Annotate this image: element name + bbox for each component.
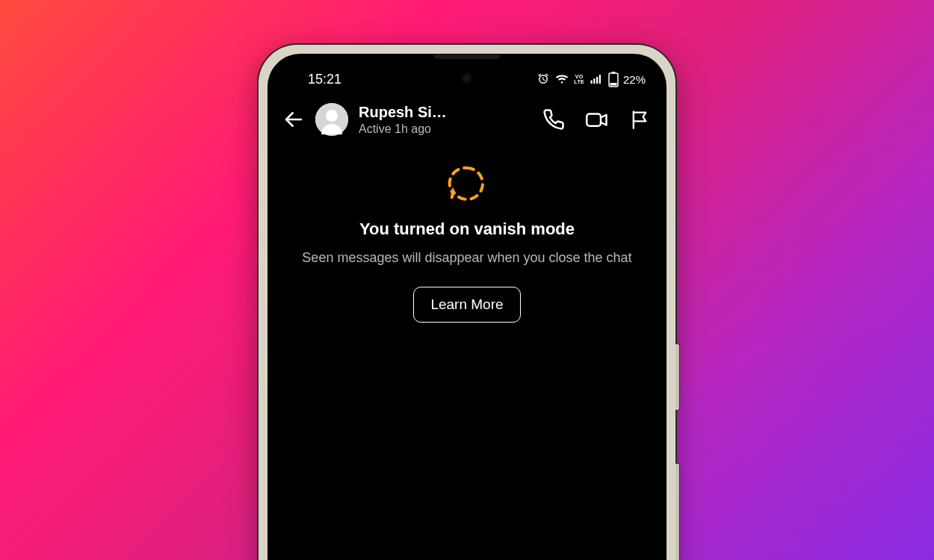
vanish-mode-panel: You turned on vanish mode Seen messages … [267,145,667,323]
vanish-mode-icon [297,163,637,205]
signal-icon [589,72,604,86]
svg-rect-3 [599,75,601,84]
chat-header: Rupesh Si… Active 1h ago [267,91,667,145]
wifi-icon [554,72,569,86]
svg-rect-1 [593,78,595,84]
audio-call-button[interactable] [542,108,565,131]
svg-point-9 [326,110,338,122]
contact-name: Rupesh Si… [359,104,447,121]
volume-button[interactable] [675,343,680,411]
volte-icon: VOLTE [574,74,584,84]
phone-frame: 15:21 VOLTE 22% [257,43,677,560]
phone-screen: 15:21 VOLTE 22% [267,54,667,560]
battery-percent: 22% [623,73,646,86]
flag-button[interactable] [629,108,650,131]
svg-rect-5 [611,72,615,74]
svg-rect-0 [590,81,592,84]
learn-more-button[interactable]: Learn More [413,287,520,323]
contact-activity: Active 1h ago [359,122,447,136]
svg-rect-6 [610,83,616,86]
status-icons: VOLTE 22% [536,71,646,87]
vanish-description: Seen messages will disappear when you cl… [297,248,637,267]
vanish-title: You turned on vanish mode [297,220,637,239]
avatar[interactable] [315,103,348,136]
status-time: 15:21 [308,72,341,87]
front-camera [461,72,473,84]
battery-icon [608,71,619,87]
svg-rect-10 [587,114,601,126]
speaker-grille [433,55,501,59]
back-button[interactable] [279,108,308,131]
alarm-icon [536,72,550,86]
contact-info[interactable]: Rupesh Si… Active 1h ago [359,104,447,136]
svg-rect-2 [596,77,598,84]
video-call-button[interactable] [584,108,610,131]
power-button[interactable] [675,463,680,560]
